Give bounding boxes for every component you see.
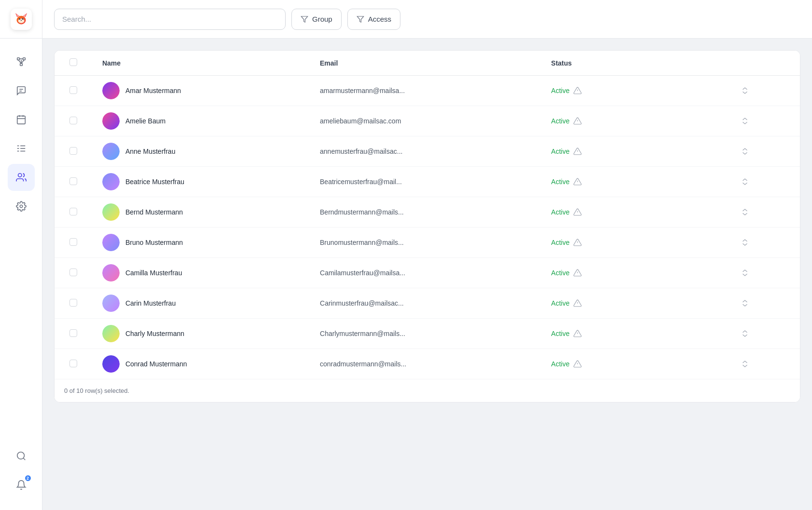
svg-point-7 [22,18,23,19]
user-name: Amar Mustermann [125,87,181,94]
user-email: annemusterfrau@mailsac... [320,148,402,155]
row-action-cell [759,319,800,349]
row-checkbox-7[interactable] [69,299,77,307]
row-checkbox-cell [55,258,93,288]
row-status-cell: Active [541,106,759,136]
group-filter-button[interactable]: Group [291,9,342,30]
user-email: Carinmusterfrau@mailsac... [320,299,404,307]
expand-icon[interactable] [741,147,749,156]
search-input[interactable] [54,9,286,30]
row-status-cell: Active [541,288,759,319]
expand-icon[interactable] [741,117,749,125]
svg-point-6 [19,18,20,19]
avatar [102,82,120,99]
row-email-cell: conradmustermann@mails... [310,349,541,379]
row-name-cell: Camilla Musterfrau [93,258,310,288]
svg-line-16 [18,60,21,63]
expand-icon[interactable] [741,177,749,186]
row-name-cell: Bruno Mustermann [93,228,310,258]
row-status-cell: Active [541,136,759,167]
user-email: Charlymustermann@mails... [320,330,405,337]
row-checkbox-8[interactable] [69,329,77,337]
settings-icon [16,201,27,212]
sidebar-item-notifications[interactable]: 2 [8,471,35,498]
row-name-cell: Amelie Baum [93,106,310,136]
row-checkbox-9[interactable] [69,360,77,367]
row-name-cell: Carin Musterfrau [93,288,310,319]
status-badge: Active [551,148,569,155]
row-checkbox-6[interactable] [69,268,77,276]
select-all-checkbox[interactable] [69,58,77,66]
logo-area [0,0,42,39]
row-email-cell: Beatricemusterfrau@mail... [310,167,541,197]
row-action-cell [759,288,800,318]
table-row: Amar Mustermann amarmustermann@mailsa...… [55,76,800,106]
row-email-cell: Carinmusterfrau@mailsac... [310,288,541,319]
svg-point-45 [102,173,120,190]
row-checkbox-3[interactable] [69,177,77,185]
expand-icon[interactable] [741,268,749,277]
row-checkbox-cell [55,106,93,136]
expand-icon[interactable] [741,238,749,247]
row-checkbox-cell [55,76,93,106]
users-table: Name Email Status [55,51,800,379]
header-status: Status [541,51,759,76]
warning-icon [573,86,582,95]
warning-icon [573,117,582,125]
expand-icon[interactable] [741,208,749,216]
header-name: Name [93,51,310,76]
avatar [102,295,120,312]
expand-icon[interactable] [741,86,749,95]
access-filter-button[interactable]: Access [347,9,400,30]
access-filter-icon [357,15,364,23]
user-email: amarmustermann@mailsa... [320,87,405,94]
sidebar-item-list[interactable] [8,135,35,162]
row-checkbox-1[interactable] [69,117,77,124]
row-checkbox-cell [55,349,93,379]
row-checkbox-2[interactable] [69,147,77,155]
sidebar-nav [0,44,42,439]
row-status-cell: Active [541,319,759,349]
expand-icon[interactable] [741,360,749,368]
row-checkbox-0[interactable] [69,86,77,94]
row-action-cell [759,258,800,288]
row-status-cell: Active [541,76,759,106]
header-email: Email [310,51,541,76]
warning-icon [573,208,582,216]
avatar [102,112,120,130]
sidebar-item-calendar[interactable] [8,106,35,133]
warning-icon [573,360,582,368]
row-name-cell: Beatrice Musterfrau [93,167,310,197]
expand-icon[interactable] [741,329,749,338]
table-row: Carin Musterfrau Carinmusterfrau@mailsac… [55,288,800,319]
user-name: Conrad Mustermann [125,360,187,368]
user-email: Brunomustermann@mails... [320,239,404,246]
sidebar-item-settings[interactable] [8,193,35,220]
warning-icon [573,177,582,186]
user-name: Bernd Mustermann [125,208,183,216]
expand-icon[interactable] [741,299,749,308]
table-header: Name Email Status [55,51,800,76]
svg-point-10 [20,20,21,21]
row-checkbox-4[interactable] [69,208,77,215]
sidebar-item-search[interactable] [8,443,35,470]
row-name-cell: Anne Musterfrau [93,136,310,167]
table-row: Conrad Mustermann conradmustermann@mails… [55,349,800,379]
row-status-cell: Active [541,197,759,228]
svg-point-60 [102,325,120,342]
svg-point-48 [102,203,120,221]
bell-icon [16,480,27,490]
sidebar-item-chat[interactable] [8,77,35,104]
row-checkbox-5[interactable] [69,238,77,246]
table-row: Beatrice Musterfrau Beatricemusterfrau@m… [55,167,800,197]
row-email-cell: Camilamusterfrau@mailsa... [310,258,541,288]
svg-marker-35 [357,16,363,22]
row-email-cell: amarmustermann@mailsa... [310,76,541,106]
row-name-cell: Charly Mustermann [93,319,310,349]
list-icon [16,143,27,154]
sidebar-item-users[interactable] [8,164,35,191]
sidebar: 2 [0,0,42,510]
avatar [102,234,120,251]
sidebar-item-nodes[interactable] [8,48,35,75]
user-name: Amelie Baum [125,117,165,125]
